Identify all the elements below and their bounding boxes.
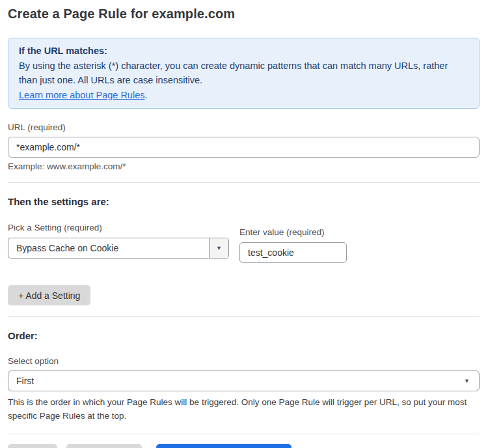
order-section-heading: Order: [8,330,480,341]
link-suffix-period: . [144,90,147,100]
setting-select-column: Pick a Setting (required) Bypass Cache o… [8,223,229,259]
settings-section-heading: Then the settings are: [8,196,480,207]
learn-more-link[interactable]: Learn more about Page Rules [19,90,144,100]
footer-actions: Cancel Save as Draft Save and Deploy Pag… [8,444,480,448]
order-helper-text: This is the order in which your Page Rul… [8,396,480,423]
url-field-helper: Example: www.example.com/* [8,161,480,171]
url-field-label: URL (required) [8,122,480,132]
save-deploy-button[interactable]: Save and Deploy Page Rule [156,444,291,448]
chevron-down-icon: ▼ [464,378,470,384]
section-divider [8,182,480,183]
chevron-down-icon: ▼ [216,245,222,251]
order-select[interactable]: First ▼ [8,371,480,391]
info-box-body: By using the asterisk (*) character, you… [19,59,468,88]
save-draft-button[interactable]: Save as Draft [66,444,142,448]
setting-value-label: Enter value (required) [239,227,347,237]
info-box-link-line: Learn more about Page Rules. [19,88,468,103]
setting-select[interactable]: Bypass Cache on Cookie ▼ [8,238,229,259]
section-divider [8,316,480,317]
setting-row: Pick a Setting (required) Bypass Cache o… [8,223,480,263]
info-box-heading: If the URL matches: [19,44,468,59]
create-page-rule-panel: Create a Page Rule for example.com If th… [0,0,488,448]
setting-select-label: Pick a Setting (required) [8,223,229,232]
section-divider [8,434,480,434]
order-select-label: Select option [8,356,480,366]
setting-value-input[interactable] [239,242,347,263]
page-title: Create a Page Rule for example.com [8,7,480,21]
url-match-info-box: If the URL matches: By using the asteris… [8,38,480,109]
add-setting-button[interactable]: + Add a Setting [8,285,90,305]
setting-select-value: Bypass Cache on Cookie [8,238,209,258]
url-input[interactable] [8,137,480,158]
setting-value-column: Enter value (required) [239,227,347,263]
order-select-value: First [16,376,34,386]
setting-select-arrow-button[interactable]: ▼ [209,238,228,258]
cancel-button[interactable]: Cancel [8,444,57,448]
